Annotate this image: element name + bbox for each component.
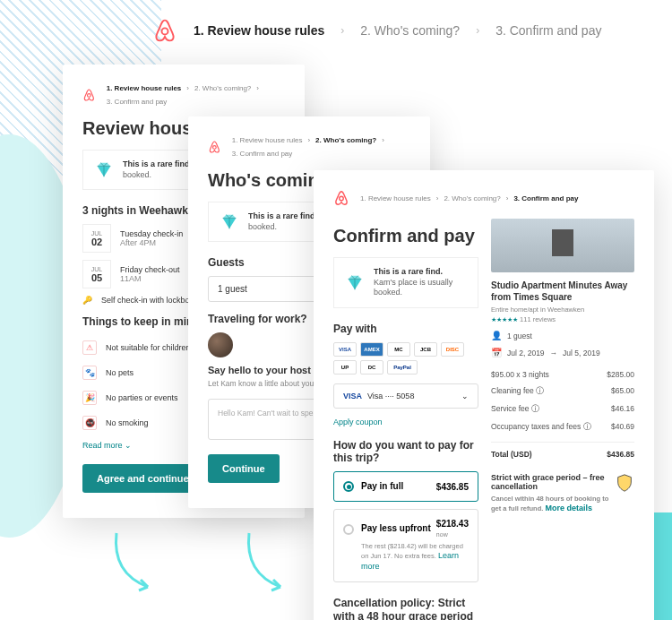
price-row: Occupancy taxes and fees ⓘ$40.69 [491, 418, 634, 436]
diamond-icon [345, 273, 365, 293]
diners-icon: DC [360, 360, 383, 375]
svg-point-1 [88, 94, 91, 98]
step-1[interactable]: 1. Review house rules [194, 23, 324, 38]
calendar-icon: 📅 [491, 348, 502, 357]
host-avatar [208, 332, 233, 357]
total-row: Total (USD)$436.85 [491, 442, 634, 462]
no-smoking-icon: 🚭 [82, 416, 97, 430]
amex-icon: AMEX [360, 342, 383, 357]
key-icon: 🔑 [82, 296, 92, 305]
pay-full-option[interactable]: Pay in full$436.85 [333, 471, 478, 502]
no-parties-icon: 🎉 [82, 391, 97, 405]
airbnb-logo-icon [333, 190, 349, 206]
chevron-down-icon: ⌄ [461, 392, 469, 400]
mini-stepper: 1. Review house rules› 2. Who's coming?›… [107, 84, 285, 106]
airbnb-logo-icon [152, 18, 177, 43]
diamond-icon [220, 212, 239, 232]
rare-find-banner: This is a rare find. Kam's place is usua… [333, 257, 478, 308]
airbnb-logo-icon [208, 139, 221, 155]
confirm-pay-card: 1. Review house rules› 2. Who's coming?›… [314, 170, 654, 620]
paypal-icon: PayPal [387, 360, 418, 375]
date-box: JUL02 [82, 224, 111, 253]
visa-icon: VISA [333, 342, 357, 357]
card-dropdown[interactable]: VISAVisa ···· 5058 ⌄ [333, 383, 478, 409]
star-icon: ★★★★★ [491, 316, 518, 323]
listing-title: Studio Apartment Minutes Away from Times… [491, 280, 634, 303]
chevron-icon: › [340, 24, 344, 37]
svg-point-0 [162, 28, 168, 34]
top-stepper: 1. Review house rules › 2. Who's coming?… [152, 18, 645, 43]
guest-line: 👤1 guest [491, 331, 634, 340]
radio-off-icon [343, 524, 354, 535]
jcb-icon: JCB [414, 342, 437, 357]
no-children-icon: ⚠ [82, 340, 97, 355]
agree-continue-button[interactable]: Agree and continue [82, 464, 203, 493]
more-details-link[interactable]: More details [545, 504, 592, 512]
mini-stepper: 1. Review house rules› 2. Who's coming?›… [360, 194, 578, 202]
unionpay-icon: UP [333, 360, 357, 375]
chevron-icon: › [476, 24, 479, 37]
date-line: 📅Jul 2, 2019→Jul 5, 2019 [491, 348, 634, 357]
price-row: Service fee ⓘ$46.16 [491, 400, 634, 418]
continue-button[interactable]: Continue [208, 454, 280, 483]
mastercard-icon: MC [387, 342, 410, 357]
diamond-icon [94, 160, 114, 180]
shield-icon [615, 473, 634, 493]
step-2[interactable]: 2. Who's coming? [360, 23, 460, 38]
page-title: Confirm and pay [333, 226, 478, 246]
no-pets-icon: 🐾 [82, 366, 97, 380]
howpay-title: How do you want to pay for this trip? [333, 439, 478, 464]
strict-policy: Strict with grace period – free cancella… [491, 473, 634, 513]
mini-stepper: 1. Review house rules› 2. Who's coming?›… [232, 136, 410, 158]
apply-coupon-link[interactable]: Apply coupon [333, 418, 478, 426]
step-3[interactable]: 3. Confirm and pay [495, 23, 601, 38]
svg-point-3 [340, 196, 344, 201]
price-row: $95.00 x 3 nights$285.00 [491, 366, 634, 383]
airbnb-logo-icon [82, 87, 96, 103]
listing-thumb [491, 219, 634, 272]
chevron-down-icon: ⌄ [125, 441, 132, 450]
svg-point-2 [213, 146, 217, 150]
discover-icon: DISC [441, 342, 464, 357]
pay-less-option[interactable]: Pay less upfront$218.43now The rest ($21… [333, 509, 478, 581]
listing-type: Entire home/apt in Weehawken [491, 306, 634, 314]
cancel-policy-title: Cancellation policy: Strict with a 48 ho… [333, 597, 478, 620]
user-icon: 👤 [491, 331, 502, 340]
payment-logos: VISA AMEX MC JCB DISC UP DC PayPal [333, 342, 478, 375]
paywith-title: Pay with [333, 323, 478, 335]
price-row: Cleaning fee ⓘ$65.00 [491, 383, 634, 400]
date-box: JUL05 [82, 260, 111, 288]
radio-on-icon [343, 481, 354, 492]
